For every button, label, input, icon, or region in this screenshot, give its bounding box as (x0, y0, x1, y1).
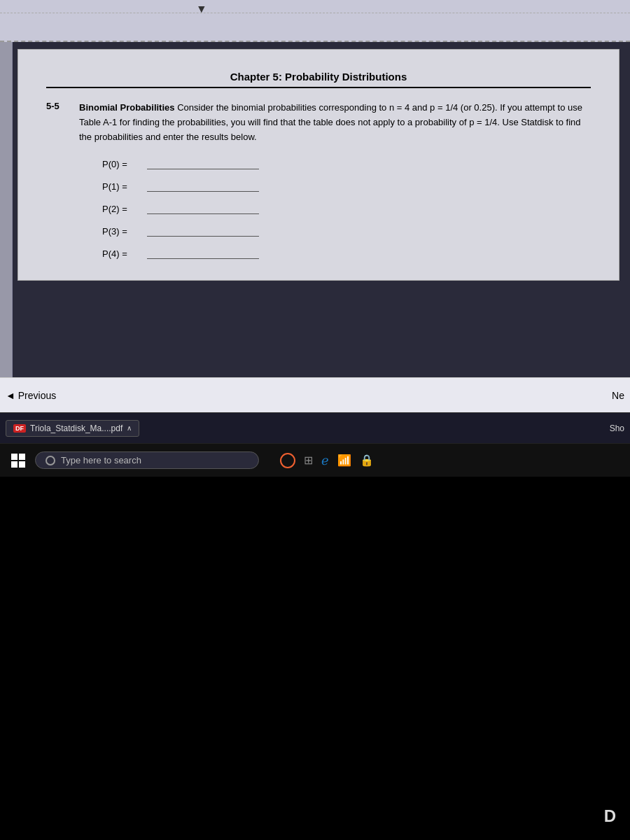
cortana-icon[interactable] (280, 453, 295, 468)
taskbar: DF Triola_Statdisk_Ma....pdf ∧ Sho (0, 412, 630, 443)
cursor-arrow: ▲ (196, 4, 207, 16)
windows-icon (11, 454, 25, 468)
edge-icon[interactable]: ℯ (321, 453, 329, 468)
prob-label-4: P(4) = (102, 248, 144, 259)
nav-bar: ◄ Previous Ne (0, 377, 630, 412)
network-icon[interactable]: 📶 (337, 454, 351, 467)
pdf-taskbar-item[interactable]: DF Triola_Statdisk_Ma....pdf ∧ (6, 420, 139, 437)
probability-fields: P(0) = P(1) = P(2) = P(3) = P(4) = (102, 158, 591, 259)
main-content-area: Chapter 5: Probability Distributions 5-5… (0, 42, 630, 377)
problem-bold: Binomial Probabilities (79, 102, 175, 113)
prob-line-3 (147, 225, 259, 237)
taskview-icon[interactable]: ⊞ (304, 454, 313, 467)
side-bar-left (0, 42, 13, 377)
win-icon-cell-1 (11, 454, 18, 460)
top-area: ▲ (0, 0, 630, 42)
dashed-line-top (0, 13, 630, 13)
search-bar-row: Type here to search ⊞ ℯ 📶 🔒 (0, 443, 630, 477)
prob-label-2: P(2) = (102, 204, 144, 214)
search-placeholder: Type here to search (61, 455, 141, 465)
prob-row-0: P(0) = (102, 158, 591, 169)
win-icon-cell-4 (19, 461, 25, 468)
prob-row-1: P(1) = (102, 181, 591, 192)
chapter-title: Chapter 5: Probability Distributions (46, 71, 591, 88)
previous-button[interactable]: ◄ Previous (6, 390, 56, 401)
taskbar-system-icons: ⊞ ℯ 📶 🔒 (280, 453, 374, 468)
pdf-page: Chapter 5: Probability Distributions 5-5… (18, 49, 620, 281)
prob-line-0 (147, 158, 259, 169)
pdf-icon-badge: DF (13, 424, 26, 433)
prob-line-1 (147, 181, 259, 192)
prob-label-3: P(3) = (102, 226, 144, 237)
prob-row-4: P(4) = (102, 248, 591, 259)
prob-row-3: P(3) = (102, 225, 591, 237)
bottom-right-label: D (604, 806, 616, 826)
search-icon (46, 456, 55, 465)
problem-number: 5-5 (46, 101, 71, 144)
windows-start-button[interactable] (8, 451, 28, 470)
next-button[interactable]: Ne (612, 390, 624, 401)
search-box[interactable]: Type here to search (35, 451, 259, 469)
prob-label-1: P(1) = (102, 181, 144, 192)
prob-line-2 (147, 203, 259, 214)
pdf-filename: Triola_Statdisk_Ma....pdf (30, 424, 122, 433)
problem-text: Binomial Probabilities Consider the bino… (79, 101, 591, 144)
bottom-area: D (0, 477, 630, 840)
screen: ▲ Chapter 5: Probability Distributions 5… (0, 0, 630, 840)
prob-line-4 (147, 248, 259, 259)
prob-row-2: P(2) = (102, 203, 591, 214)
taskbar-show-label: Sho (610, 424, 624, 433)
problem-container: 5-5 Binomial Probabilities Consider the … (46, 101, 591, 144)
win-icon-cell-3 (11, 461, 18, 468)
win-icon-cell-2 (19, 454, 25, 460)
security-icon[interactable]: 🔒 (360, 454, 374, 467)
prob-label-0: P(0) = (102, 159, 144, 169)
pdf-caret: ∧ (127, 424, 132, 432)
